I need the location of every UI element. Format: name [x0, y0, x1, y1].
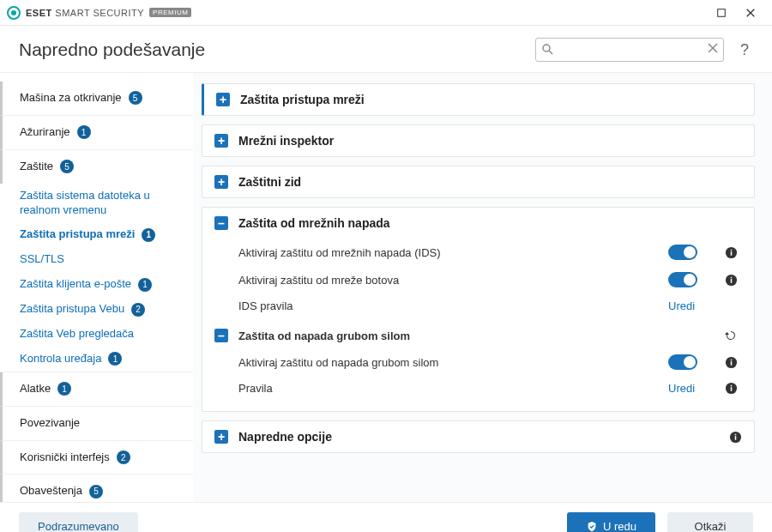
- panel-network-access-protection: + Zaštita pristupa mreži: [202, 83, 755, 116]
- sidebar-item-label: Alatke: [20, 382, 51, 396]
- sidebar-item-protections[interactable]: Zaštite 5: [0, 150, 193, 184]
- expand-icon: +: [214, 430, 228, 444]
- toggle-enable-botnet[interactable]: [668, 272, 697, 287]
- search-box: [535, 38, 724, 62]
- search-clear-button[interactable]: [707, 42, 719, 54]
- ok-button[interactable]: U redu: [567, 512, 655, 533]
- panel-header[interactable]: + Mrežni inspektor: [202, 125, 754, 156]
- setting-row-enable-botnet: Aktiviraj zaštitu od mreže botova: [214, 266, 742, 293]
- sidebar-badge: 2: [117, 450, 130, 464]
- footer: Podrazumevano U redu Otkaži: [0, 502, 772, 532]
- info-button[interactable]: [725, 356, 738, 369]
- sidebar-item-notifications[interactable]: Obaveštenja 5: [0, 475, 193, 502]
- sidebar-sub-email-client[interactable]: Zaštita klijenta e-pošte 1: [0, 272, 193, 297]
- info-icon: [729, 431, 742, 444]
- reset-button[interactable]: [724, 329, 738, 342]
- sidebar-badge: 1: [57, 382, 71, 396]
- toggle-enable-ids[interactable]: [668, 245, 697, 260]
- sidebar: Mašina za otkrivanje 5 Ažuriranje 1 Zašt…: [0, 73, 193, 502]
- expand-icon: +: [214, 175, 228, 189]
- sidebar-badge: 1: [108, 352, 122, 366]
- page-header: Napredno podešavanje ?: [0, 26, 772, 73]
- sidebar-item-label: Mašina za otkrivanje: [20, 91, 122, 106]
- help-button[interactable]: ?: [736, 41, 753, 59]
- setting-label: Aktiviraj zaštitu od mreže botova: [238, 274, 668, 287]
- sidebar-item-label: Povezivanje: [20, 416, 80, 431]
- sidebar-item-tools[interactable]: Alatke 1: [0, 372, 193, 407]
- sidebar-sub-ssl-tls[interactable]: SSL/TLS: [0, 247, 193, 272]
- cancel-button[interactable]: Otkaži: [667, 512, 753, 533]
- info-button[interactable]: [725, 382, 738, 395]
- content-area: + Zaštita pristupa mreži + Mrežni inspek…: [193, 73, 772, 502]
- sidebar-item-label: Ažuriranje: [20, 125, 70, 140]
- info-button[interactable]: [725, 246, 738, 259]
- brand-badge: PREMIUM: [149, 8, 191, 17]
- sidebar-item-label: Kontrola uređaja: [20, 352, 101, 366]
- sidebar-badge: 1: [138, 278, 152, 292]
- subsection-title: Zaštita od napada grubom silom: [238, 329, 668, 342]
- toggle-enable-brute-force[interactable]: [668, 354, 697, 370]
- setting-label: IDS pravila: [238, 299, 668, 312]
- window-maximize-button[interactable]: [707, 2, 736, 24]
- brand-eset: ESET: [26, 8, 52, 18]
- eset-logo-icon: [7, 6, 21, 20]
- sidebar-item-label: Zaštite: [20, 160, 53, 174]
- sidebar-item-label: Obaveštenja: [20, 484, 82, 499]
- sidebar-badge: 1: [142, 228, 155, 242]
- close-icon: [745, 8, 756, 18]
- edit-link[interactable]: Uredi: [668, 299, 695, 312]
- setting-row-brute-force-rules: Pravila Uredi: [214, 376, 742, 401]
- search-icon: [541, 43, 553, 55]
- panel-title: Zaštitni zid: [238, 175, 732, 189]
- sidebar-item-label: SSL/TLS: [20, 252, 64, 267]
- info-icon: [725, 246, 738, 259]
- panel-advanced-options: + Napredne opcije: [202, 420, 755, 453]
- panel-header[interactable]: + Zaštita pristupa mreži: [204, 84, 754, 115]
- panel-network-attack-protection: – Zaštita od mrežnih napada Aktiviraj za…: [202, 207, 755, 412]
- sidebar-item-update[interactable]: Ažuriranje 1: [0, 116, 193, 150]
- info-button[interactable]: [725, 274, 738, 287]
- page-title: Napredno podešavanje: [19, 39, 523, 60]
- sidebar-sub-browser-protect[interactable]: Zaštita Veb pregledača: [0, 322, 193, 347]
- panel-header[interactable]: + Zaštitni zid: [202, 166, 754, 197]
- panel-firewall: + Zaštitni zid: [202, 166, 755, 198]
- collapse-icon: –: [214, 216, 228, 230]
- sidebar-badge: 5: [60, 160, 74, 173]
- panel-header[interactable]: – Zaštita od mrežnih napada: [202, 208, 754, 239]
- panel-header[interactable]: + Napredne opcije: [202, 421, 754, 452]
- sidebar-item-label: Korisnički interfejs: [20, 450, 110, 465]
- info-button[interactable]: [729, 431, 742, 444]
- button-label: Otkaži: [695, 520, 727, 532]
- panel-network-inspector: + Mrežni inspektor: [202, 124, 755, 157]
- setting-row-enable-ids: Aktiviraj zaštitu od mrežnih napada (IDS…: [214, 239, 742, 266]
- panel-title: Mrežni inspektor: [238, 134, 732, 148]
- sidebar-sub-network-access[interactable]: Zaštita pristupa mreži 1: [0, 222, 193, 247]
- sidebar-sub-web-access[interactable]: Zaštita pristupa Vebu 2: [0, 297, 193, 322]
- button-label: U redu: [603, 520, 636, 532]
- search-input[interactable]: [535, 38, 724, 62]
- sidebar-sub-device-control[interactable]: Kontrola uređaja 1: [0, 347, 193, 372]
- window-close-button[interactable]: [736, 2, 765, 24]
- collapse-icon: –: [214, 329, 228, 342]
- sidebar-item-label: Zaštita klijenta e-pošte: [20, 277, 131, 292]
- sidebar-item-detection-engine[interactable]: Mašina za otkrivanje 5: [0, 82, 193, 116]
- edit-link[interactable]: Uredi: [668, 382, 695, 395]
- default-button[interactable]: Podrazumevano: [19, 512, 138, 533]
- title-bar: ESET SMART SECURITY PREMIUM: [0, 0, 772, 26]
- sidebar-item-label: Zaštita Veb pregledača: [20, 327, 134, 342]
- sidebar-badge: 5: [89, 485, 103, 499]
- setting-row-enable-brute-force: Aktiviraj zaštitu od napada grubom silom: [214, 348, 742, 376]
- sidebar-item-connectivity[interactable]: Povezivanje: [0, 407, 193, 441]
- square-icon: [716, 8, 727, 18]
- sidebar-item-label: Zaštita sistema datoteka u realnom vreme…: [20, 189, 183, 218]
- sidebar-sub-realtime-fs[interactable]: Zaštita sistema datoteka u realnom vreme…: [0, 184, 193, 223]
- button-label: Podrazumevano: [38, 520, 119, 532]
- sidebar-badge: 2: [131, 303, 145, 317]
- info-icon: [725, 382, 738, 395]
- sidebar-item-label: Zaštita pristupa Vebu: [20, 302, 124, 317]
- sidebar-item-ui[interactable]: Korisnički interfejs 2: [0, 441, 193, 475]
- subsection-brute-force[interactable]: – Zaštita od napada grubom silom: [214, 318, 742, 348]
- brand: ESET SMART SECURITY PREMIUM: [7, 6, 191, 20]
- setting-label: Pravila: [238, 382, 668, 395]
- sidebar-item-label: Zaštita pristupa mreži: [20, 227, 135, 242]
